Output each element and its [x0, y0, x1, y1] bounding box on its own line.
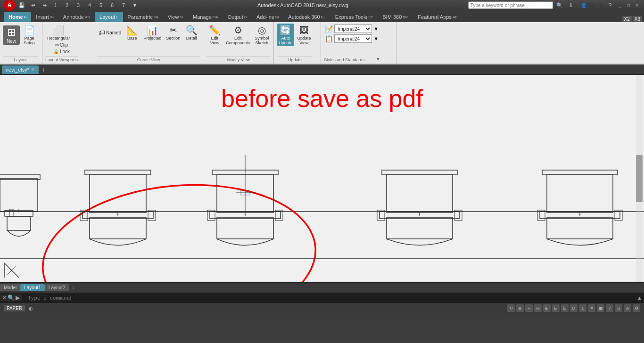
status-icon-am[interactable]: A — [624, 304, 631, 312]
sign-in-btn[interactable]: 👤 Sign In — [579, 2, 603, 8]
clip-icon: ✂ — [55, 42, 59, 48]
styles-bottom: Styles and Standards ▾ — [324, 56, 380, 62]
tab-autodesk360[interactable]: Autodesk 360 NL — [283, 12, 330, 22]
styles-expand-icon[interactable]: ▾ — [377, 56, 380, 62]
named-btn[interactable]: 🏷 Named — [97, 28, 123, 37]
qa-2[interactable]: 2 — [62, 1, 72, 9]
tab-insert[interactable]: Insert IN — [31, 12, 58, 22]
layout1-tab[interactable]: Layout1 — [20, 284, 45, 291]
layout2-tab[interactable]: Layout2 — [45, 284, 69, 291]
page-setup-btn[interactable]: 📄 PageSetup — [21, 24, 38, 46]
command-input-field[interactable] — [24, 295, 633, 301]
lock-btn[interactable]: 🔒 Lock — [52, 49, 71, 55]
status-icon-dyn[interactable]: ± — [579, 304, 586, 312]
maximize-btn[interactable]: □ — [625, 2, 632, 8]
status-icon-snap[interactable]: ⊕ — [516, 304, 524, 312]
viewports-label: Layout Viewports — [45, 56, 78, 62]
status-icon-sc[interactable]: S — [615, 304, 622, 312]
tab-parametric[interactable]: Parametric PA — [123, 12, 163, 22]
tank-1 — [0, 175, 40, 237]
named-icon: 🏷 — [99, 29, 105, 36]
symbol-sketch-icon: ◎ — [258, 24, 266, 36]
command-menu-icon[interactable]: ▶ — [16, 294, 20, 301]
imperial-select-2[interactable]: Imperial24 — [334, 34, 372, 43]
qa-6[interactable]: 6 — [107, 1, 117, 9]
rectangular-btn[interactable]: ⬜ Rectangular — [45, 24, 72, 41]
command-search-icon[interactable]: 🔍 — [8, 294, 15, 301]
tank-5: + — [537, 170, 622, 245]
tab-bim360[interactable]: BIM 360 BM — [378, 12, 413, 22]
tab-addins[interactable]: Add-ins Gi — [252, 12, 283, 22]
style-icon-1: 📝 — [325, 25, 333, 33]
qa-save[interactable]: 💾 — [17, 1, 26, 9]
edit-components-btn[interactable]: ⚙ EditComponents — [224, 24, 252, 46]
svg-point-1 — [37, 174, 322, 282]
qa-3[interactable]: 3 — [74, 1, 83, 9]
tab-featuredapps[interactable]: Featured Apps AP — [413, 12, 462, 22]
imperial-select-1[interactable]: Imperial24 — [334, 24, 372, 33]
minimize-btn[interactable]: _ — [617, 2, 623, 8]
tab-annotate[interactable]: Annotate AN — [58, 12, 95, 22]
edit-view-btn[interactable]: ✏️ EditView — [206, 24, 223, 46]
close-btn[interactable]: ✕ — [634, 2, 640, 8]
svg-rect-36 — [547, 175, 613, 212]
qa-4[interactable]: 4 — [85, 1, 94, 9]
qa-dropdown[interactable]: ▼ — [130, 1, 140, 9]
projected-btn[interactable]: 📊 Projected — [141, 24, 163, 41]
canvas-area[interactable]: before save as pdf — [0, 75, 644, 282]
add-layout-btn[interactable]: + — [69, 283, 78, 293]
detail-btn[interactable]: 🔍 Detail — [183, 24, 200, 41]
status-icon-settings[interactable]: ⚙ — [633, 304, 640, 312]
info-btn[interactable]: ℹ — [566, 1, 576, 9]
command-close-icon[interactable]: ✕ — [2, 294, 7, 301]
status-bar: PAPER ◐ ⟲ ⊕ ↔ ◎ ⊞ ⊟ ⊡ D ± ≡ ▦ ? S A ⚙ — [0, 303, 644, 313]
command-line: ✕ 🔍 ▶ ▲ — [0, 293, 644, 303]
status-icon-osnap[interactable]: ⊞ — [543, 304, 551, 312]
svg-rect-38 — [547, 218, 613, 239]
styles-standards-inner: 📝 Imperial24 ▼ 📋 Imperial24 ▼ Styles and… — [324, 24, 380, 62]
status-icon-ducs[interactable]: D — [570, 304, 578, 312]
command-expand-btn[interactable]: ▲ — [635, 295, 644, 301]
x3-btn[interactable]: X3 — [633, 16, 642, 22]
keyword-search[interactable] — [468, 1, 553, 9]
qa-7[interactable]: 7 — [119, 1, 128, 9]
tab-layout[interactable]: Layout L — [95, 12, 123, 22]
style-dropdown-2[interactable]: ▼ — [373, 36, 379, 41]
paper-status: PAPER — [4, 305, 25, 311]
tab-home[interactable]: Home H — [4, 12, 31, 22]
new-button[interactable]: ⊞ New — [3, 25, 20, 45]
clip-btn[interactable]: ✂ Clip — [54, 42, 69, 48]
x2-btn[interactable]: X2 — [622, 16, 632, 22]
qa-1[interactable]: 1 — [51, 1, 60, 9]
qa-undo[interactable]: ↩ — [28, 1, 38, 9]
update-view-btn[interactable]: 🖼 UpdateView — [295, 24, 313, 46]
model-tab[interactable]: Model — [0, 284, 20, 291]
section-btn[interactable]: ✂ Section — [164, 24, 182, 41]
layout-viewports-group: ⬜ Rectangular ✂ Clip 🔒 Lock Layout Viewp… — [42, 22, 94, 64]
status-icon-otrack[interactable]: ⊡ — [561, 304, 569, 312]
status-icon-polar[interactable]: ◎ — [534, 304, 542, 312]
new-file-tab-btn[interactable]: + — [40, 66, 47, 74]
status-icon-3dosnap[interactable]: ⊟ — [552, 304, 560, 312]
qa-5[interactable]: 5 — [96, 1, 106, 9]
base-btn[interactable]: 📐 Base — [124, 24, 140, 41]
svg-rect-28 — [387, 175, 453, 212]
tab-manage[interactable]: Manage MA — [188, 12, 223, 22]
symbol-sketch-btn[interactable]: ◎ SymbolSketch — [253, 24, 271, 46]
search-btn[interactable]: 🔍 — [555, 1, 564, 9]
status-icon-ortho[interactable]: ↔ — [525, 304, 533, 312]
tab-view[interactable]: View VI — [163, 12, 188, 22]
tab-output[interactable]: Output O — [223, 12, 252, 22]
qa-redo[interactable]: ↪ — [40, 1, 49, 9]
page-setup-label: PageSetup — [24, 36, 35, 45]
status-icon-transparency[interactable]: ▦ — [597, 304, 604, 312]
file-tab-close-btn[interactable]: ✕ — [31, 67, 35, 72]
status-icon-rotate[interactable]: ⟲ — [507, 304, 515, 312]
status-icon-lineweight[interactable]: ≡ — [588, 304, 595, 312]
status-icon-qp[interactable]: ? — [606, 304, 613, 312]
tab-expresstools[interactable]: Express Tools ET — [330, 12, 378, 22]
file-tab-new-elsy[interactable]: new_elsy* ✕ — [2, 65, 39, 74]
auto-update-btn[interactable]: 🔄 AutoUpdate — [277, 24, 294, 46]
help-btn[interactable]: ? — [605, 1, 615, 9]
style-dropdown-1[interactable]: ▼ — [373, 26, 379, 32]
